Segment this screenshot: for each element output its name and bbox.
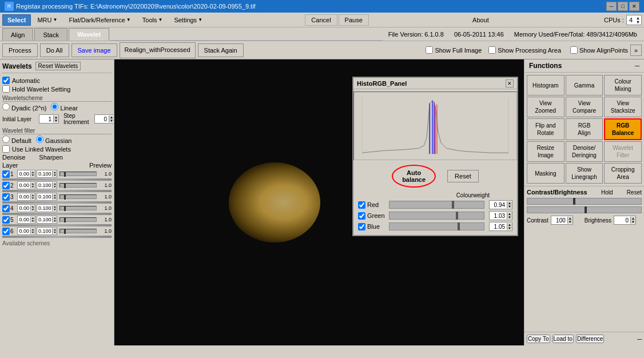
reset-histo-button[interactable]: Reset <box>447 170 479 182</box>
colorweight-label: Colourweight <box>358 192 512 198</box>
cpu-value[interactable]: 4 <box>627 17 635 23</box>
save-image-button[interactable]: Save image <box>71 43 117 57</box>
view-stacksize-func-button[interactable]: ViewStacksize <box>604 97 642 117</box>
select-menu[interactable]: Select <box>2 14 31 26</box>
tab-stack[interactable]: Stack <box>34 28 67 41</box>
maximize-button[interactable]: □ <box>618 2 628 11</box>
blue-down-arrow[interactable]: ▼ <box>507 226 512 230</box>
green-slider[interactable] <box>389 212 484 220</box>
layer3-slider[interactable] <box>59 194 97 199</box>
cancel-button[interactable]: Cancel <box>305 14 337 26</box>
layer6-slider[interactable] <box>59 229 97 233</box>
copy-to-button[interactable]: Copy To <box>527 335 550 343</box>
layer2-checkbox[interactable] <box>2 182 10 189</box>
contrast-value-box: 100 ▲ ▼ <box>551 216 573 225</box>
layer2-sharpen-spinner: 0.100 ▲▼ <box>37 181 57 189</box>
masking-func-button[interactable]: Masking <box>527 163 565 184</box>
layer4-slider[interactable] <box>59 206 97 210</box>
layer2-denoise-spinner: 0.00 ▲▼ <box>17 181 35 189</box>
histogram-func-button[interactable]: Histogram <box>527 75 565 96</box>
pause-button[interactable]: Pause <box>339 14 369 26</box>
green-checkbox[interactable] <box>358 212 365 220</box>
functions-grid: Histogram Gamma ColourMixing ViewZoomed … <box>524 73 644 186</box>
use-linked-checkbox[interactable] <box>2 145 10 153</box>
load-to-button[interactable]: Load to <box>552 335 574 343</box>
step-increment-spinner: 0 ▲ ▼ <box>94 114 114 124</box>
difference-button[interactable]: Difference <box>576 335 604 343</box>
about-button[interactable]: About <box>466 14 495 26</box>
hold-wavelet-checkbox[interactable] <box>2 85 10 93</box>
layer5-slider[interactable] <box>59 217 97 222</box>
stack-again-button[interactable]: Stack Again <box>198 43 244 57</box>
functions-minimize[interactable]: ─ <box>635 62 639 69</box>
reset-wavelets-button[interactable]: Reset Wavelets <box>35 62 81 70</box>
rgb-balance-func-button[interactable]: RGBBalance <box>604 118 642 140</box>
layer1-slider[interactable] <box>59 172 97 176</box>
layer6-indicator <box>2 236 112 238</box>
show-processing-area-checkbox[interactable]: Show Processing Area <box>488 46 561 54</box>
process-button[interactable]: Process <box>2 43 38 57</box>
brightness-slider[interactable] <box>527 206 642 213</box>
contrast-label: Contrast <box>527 217 548 224</box>
layer2-slider[interactable] <box>59 183 97 188</box>
brightness-down-arrow[interactable]: ▼ <box>630 220 635 224</box>
wavelet-filter-func-button[interactable]: WaveletFilter <box>604 141 642 162</box>
gamma-func-button[interactable]: Gamma <box>566 75 603 96</box>
auto-balance-button[interactable]: Autobalance <box>392 165 436 188</box>
layer-rows: 1 0.00 ▲▼ 0.100 ▲▼ 1.0 2 0.00 <box>2 170 112 238</box>
show-full-image-checkbox[interactable]: Show Full Image <box>426 46 482 54</box>
rgb-align-func-button[interactable]: RGBAlign <box>566 118 603 140</box>
contrast-hold-button[interactable]: Hold <box>601 189 613 196</box>
brightness-value[interactable]: 0 <box>614 217 630 224</box>
tab-align[interactable]: Align <box>2 28 33 41</box>
close-button[interactable]: ✕ <box>629 2 639 11</box>
tab-wavelet[interactable]: Wavelet <box>69 28 109 41</box>
show-align-points-checkbox[interactable]: Show AlignPoints <box>570 46 628 54</box>
settings-menu[interactable]: Settings▼ <box>169 14 208 26</box>
minimize-button[interactable]: ─ <box>606 2 617 11</box>
show-linegraph-func-button[interactable]: ShowLinegraph <box>566 163 603 184</box>
automatic-checkbox[interactable] <box>2 77 10 84</box>
resize-image-func-button[interactable]: ResizeImage <box>527 141 565 162</box>
layer1-checkbox[interactable] <box>2 170 10 178</box>
contrast-value[interactable]: 100 <box>551 217 567 224</box>
red-down-arrow[interactable]: ▼ <box>507 205 512 208</box>
blue-checkbox-container: Blue <box>358 223 387 230</box>
cpu-up-arrow[interactable]: ▲ <box>635 16 641 20</box>
contrast-value-group: Contrast 100 ▲ ▼ <box>527 216 573 225</box>
flat-dark-menu[interactable]: Flat/Dark/Reference▼ <box>63 14 136 26</box>
memory-info: Memory Used/Free/Total: 489/3412/4096Mb <box>510 31 642 38</box>
colour-mixing-func-button[interactable]: ColourMixing <box>604 75 642 96</box>
blue-value-spinner: 1.05 ▲ ▼ <box>489 222 512 231</box>
layer6-checkbox[interactable] <box>2 228 10 235</box>
copy-section-collapse[interactable]: ─ <box>637 336 642 343</box>
initial-layer-down[interactable]: ▼ <box>53 119 58 122</box>
expand-button[interactable]: » <box>630 45 642 56</box>
green-down-arrow[interactable]: ▼ <box>507 216 512 219</box>
layer4-checkbox[interactable] <box>2 205 10 212</box>
contrast-reset-button[interactable]: Reset <box>627 189 642 196</box>
contrast-down-arrow[interactable]: ▼ <box>567 220 573 224</box>
denoise-deringing-func-button[interactable]: Denoise/Deringing <box>566 141 603 162</box>
view-compare-func-button[interactable]: ViewCompare <box>566 97 603 117</box>
red-checkbox-container: Red <box>358 201 387 209</box>
blue-slider[interactable] <box>389 222 484 230</box>
contrast-slider[interactable] <box>527 198 642 205</box>
red-slider[interactable] <box>389 201 484 209</box>
tools-menu[interactable]: Tools▼ <box>137 14 168 26</box>
cropping-area-func-button[interactable]: CroppingArea <box>604 163 642 184</box>
layer3-checkbox[interactable] <box>2 193 10 201</box>
do-all-button[interactable]: Do All <box>40 43 69 57</box>
layer5-checkbox[interactable] <box>2 216 10 224</box>
red-value-spinner: 0.94 ▲ ▼ <box>489 200 512 209</box>
view-zoomed-func-button[interactable]: ViewZoomed <box>527 97 565 117</box>
blue-checkbox[interactable] <box>358 223 365 230</box>
step-down[interactable]: ▼ <box>109 119 114 122</box>
cpu-down-arrow[interactable]: ▼ <box>635 20 641 24</box>
green-value-spinner: 1.03 ▲ ▼ <box>489 211 512 220</box>
realign-button[interactable]: Realign_with Processed <box>120 42 196 58</box>
mru-menu[interactable]: MRU▼ <box>32 14 62 26</box>
flip-rotate-func-button[interactable]: Flip andRotate <box>527 118 565 140</box>
red-checkbox[interactable] <box>358 201 365 209</box>
histo-close-button[interactable]: ✕ <box>506 79 514 87</box>
